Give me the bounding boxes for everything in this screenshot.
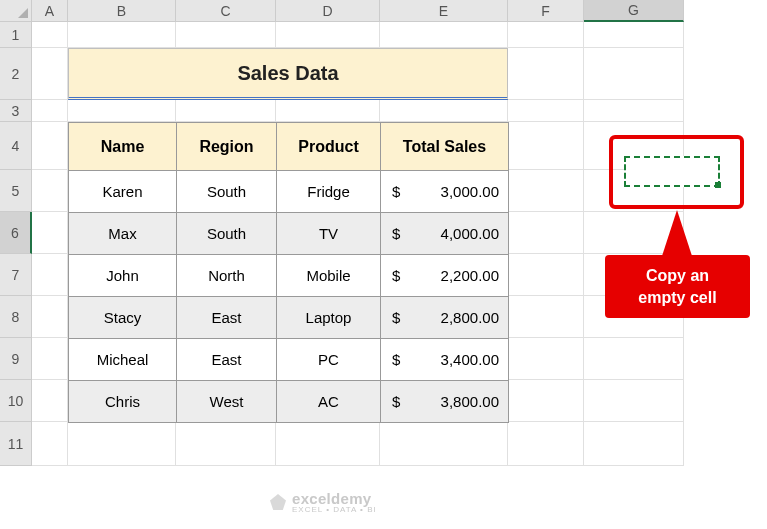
cell-F6[interactable] <box>508 212 584 254</box>
select-all-corner[interactable] <box>0 0 32 22</box>
cell-product[interactable]: Fridge <box>277 171 381 213</box>
row-header-2[interactable]: 2 <box>0 48 32 100</box>
column-header-e[interactable]: E <box>380 0 508 22</box>
cell-A2[interactable] <box>32 48 68 100</box>
cell-A6[interactable] <box>32 212 68 254</box>
cell-A9[interactable] <box>32 338 68 380</box>
cell-E3[interactable] <box>380 100 508 122</box>
cell-E11[interactable] <box>380 422 508 466</box>
cell-A11[interactable] <box>32 422 68 466</box>
cell-region[interactable]: West <box>177 381 277 423</box>
cell-A5[interactable] <box>32 170 68 212</box>
cell-C3[interactable] <box>176 100 276 122</box>
cell-product[interactable]: TV <box>277 213 381 255</box>
cell-B11[interactable] <box>68 422 176 466</box>
cell-F8[interactable] <box>508 296 584 338</box>
cell-G10[interactable] <box>584 380 684 422</box>
column-header-a[interactable]: A <box>32 0 68 22</box>
cell-name[interactable]: Chris <box>69 381 177 423</box>
cell-name[interactable]: John <box>69 255 177 297</box>
cell-D3[interactable] <box>276 100 380 122</box>
row-header-10[interactable]: 10 <box>0 380 32 422</box>
header-total[interactable]: Total Sales <box>381 123 509 171</box>
cell-D11[interactable] <box>276 422 380 466</box>
row-header-11[interactable]: 11 <box>0 422 32 466</box>
cell-total[interactable]: $2,800.00 <box>381 297 509 339</box>
cell-G9[interactable] <box>584 338 684 380</box>
row-headers: 1234567891011 <box>0 22 32 466</box>
data-table: Name Region Product Total Sales KarenSou… <box>68 122 509 423</box>
logo-icon <box>270 494 286 510</box>
cell-F2[interactable] <box>508 48 584 100</box>
total-value: 2,800.00 <box>406 309 499 326</box>
cell-total[interactable]: $3,400.00 <box>381 339 509 381</box>
title-cell[interactable]: Sales Data <box>68 48 508 100</box>
cell-region[interactable]: North <box>177 255 277 297</box>
cell-A4[interactable] <box>32 122 68 170</box>
cell-F7[interactable] <box>508 254 584 296</box>
cell-A1[interactable] <box>32 22 68 48</box>
watermark-tagline: EXCEL • DATA • BI <box>292 505 377 514</box>
currency-symbol: $ <box>392 393 406 410</box>
cell-F11[interactable] <box>508 422 584 466</box>
cell-total[interactable]: $2,200.00 <box>381 255 509 297</box>
cell-region[interactable]: East <box>177 339 277 381</box>
cell-A7[interactable] <box>32 254 68 296</box>
column-header-d[interactable]: D <box>276 0 380 22</box>
cell-product[interactable]: AC <box>277 381 381 423</box>
table-row: StacyEastLaptop$2,800.00 <box>69 297 509 339</box>
cell-total[interactable]: $3,800.00 <box>381 381 509 423</box>
cell-B1[interactable] <box>68 22 176 48</box>
currency-symbol: $ <box>392 183 406 200</box>
cell-product[interactable]: Mobile <box>277 255 381 297</box>
cell-F5[interactable] <box>508 170 584 212</box>
cell-F3[interactable] <box>508 100 584 122</box>
callout-line1: Copy an <box>646 267 709 284</box>
cell-B3[interactable] <box>68 100 176 122</box>
cell-total[interactable]: $3,000.00 <box>381 171 509 213</box>
column-header-c[interactable]: C <box>176 0 276 22</box>
column-header-f[interactable]: F <box>508 0 584 22</box>
cell-G1[interactable] <box>584 22 684 48</box>
cell-A8[interactable] <box>32 296 68 338</box>
cell-C11[interactable] <box>176 422 276 466</box>
cell-total[interactable]: $4,000.00 <box>381 213 509 255</box>
copied-cell-marquee[interactable] <box>624 156 720 187</box>
cell-A10[interactable] <box>32 380 68 422</box>
cell-region[interactable]: East <box>177 297 277 339</box>
cell-region[interactable]: South <box>177 171 277 213</box>
cell-region[interactable]: South <box>177 213 277 255</box>
row-header-4[interactable]: 4 <box>0 122 32 170</box>
cell-F10[interactable] <box>508 380 584 422</box>
cell-D1[interactable] <box>276 22 380 48</box>
row-header-8[interactable]: 8 <box>0 296 32 338</box>
column-header-g[interactable]: G <box>584 0 684 22</box>
currency-symbol: $ <box>392 267 406 284</box>
cell-G2[interactable] <box>584 48 684 100</box>
header-region[interactable]: Region <box>177 123 277 171</box>
cell-G11[interactable] <box>584 422 684 466</box>
header-name[interactable]: Name <box>69 123 177 171</box>
cell-name[interactable]: Max <box>69 213 177 255</box>
cell-G3[interactable] <box>584 100 684 122</box>
cell-A3[interactable] <box>32 100 68 122</box>
cell-name[interactable]: Stacy <box>69 297 177 339</box>
cell-name[interactable]: Micheal <box>69 339 177 381</box>
row-header-1[interactable]: 1 <box>0 22 32 48</box>
row-header-5[interactable]: 5 <box>0 170 32 212</box>
cell-F4[interactable] <box>508 122 584 170</box>
cell-C1[interactable] <box>176 22 276 48</box>
cell-E1[interactable] <box>380 22 508 48</box>
row-header-7[interactable]: 7 <box>0 254 32 296</box>
header-product[interactable]: Product <box>277 123 381 171</box>
title-text: Sales Data <box>237 62 338 85</box>
cell-F9[interactable] <box>508 338 584 380</box>
cell-product[interactable]: Laptop <box>277 297 381 339</box>
row-header-9[interactable]: 9 <box>0 338 32 380</box>
cell-product[interactable]: PC <box>277 339 381 381</box>
row-header-3[interactable]: 3 <box>0 100 32 122</box>
row-header-6[interactable]: 6 <box>0 212 32 254</box>
column-header-b[interactable]: B <box>68 0 176 22</box>
cell-F1[interactable] <box>508 22 584 48</box>
cell-name[interactable]: Karen <box>69 171 177 213</box>
